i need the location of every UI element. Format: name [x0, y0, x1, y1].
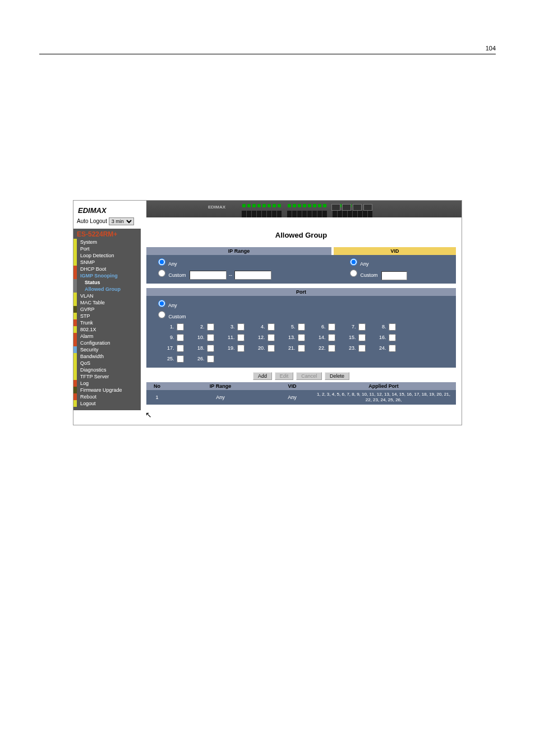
nav-item-vlan[interactable]: VLAN	[73, 293, 141, 299]
port-checkbox-2[interactable]: 2.	[186, 322, 216, 332]
ip-any-radio[interactable]	[158, 258, 165, 266]
port-any-label: Any	[168, 303, 177, 308]
content-area: Allowed Group IP Range VID Any Custom --	[146, 217, 462, 405]
ip-any-label: Any	[168, 261, 177, 267]
port-checkbox-24[interactable]: 24.	[367, 343, 398, 354]
nav-item-snmp[interactable]: SNMP	[73, 259, 141, 266]
vid-any-option[interactable]: Any	[347, 257, 456, 268]
port-any-radio[interactable]	[158, 300, 165, 307]
auto-logout: Auto Logout 3 min	[73, 217, 141, 229]
port-checkbox-23[interactable]: 23.	[337, 343, 367, 354]
nav-item-logout[interactable]: Logout	[73, 400, 141, 407]
port-custom-radio[interactable]	[158, 311, 165, 318]
delete-button[interactable]: Delete	[325, 372, 349, 380]
port-checkbox-19[interactable]: 19.	[216, 343, 246, 354]
nav-item-gvrp[interactable]: GVRP	[73, 306, 141, 313]
th-ports: Applied Port	[311, 382, 456, 390]
uplink-icon	[331, 204, 372, 211]
ip-custom-option[interactable]: Custom --	[155, 268, 340, 280]
ip-to-input[interactable]	[234, 271, 271, 280]
page-title: Allowed Group	[146, 231, 456, 239]
nav-item-diagnostics[interactable]: Diagnostics	[73, 367, 141, 373]
port-any-option[interactable]: Any	[155, 298, 450, 309]
ip-any-option[interactable]: Any	[155, 257, 340, 268]
port-checkbox-11[interactable]: 11.	[216, 332, 246, 343]
port-checkbox-20[interactable]: 20.	[246, 343, 276, 354]
nav: ES-5224RM+ System Port Loop Detection SN…	[73, 229, 141, 410]
port-checkbox-10[interactable]: 10.	[186, 332, 216, 343]
nav-sub-status[interactable]: Status	[73, 279, 141, 286]
device-frame: EDIMAX Auto Logout 3 min ES-5224RM+ Syst…	[73, 200, 462, 425]
vid-header: VID	[334, 247, 456, 255]
ip-range-options: Any Custom --	[146, 257, 340, 280]
auto-logout-select[interactable]: 3 min	[109, 217, 134, 225]
port-custom-option[interactable]: Custom	[155, 309, 450, 321]
sidebar: EDIMAX Auto Logout 3 min ES-5224RM+ Syst…	[73, 201, 141, 410]
vid-custom-radio[interactable]	[350, 270, 357, 277]
port-checkbox-1[interactable]: 1.	[155, 322, 186, 332]
nav-item-trunk[interactable]: Trunk	[73, 319, 141, 326]
nav-item-qos[interactable]: QoS	[73, 360, 141, 367]
port-custom-label: Custom	[169, 314, 186, 319]
vid-custom-input[interactable]	[381, 271, 407, 280]
main: EDIMAX Allowed Group IP Range VID Any	[146, 201, 462, 425]
group-table: No IP Range VID Applied Port 1AnyAny1, 2…	[146, 382, 456, 405]
banner-logo: EDIMAX	[208, 205, 225, 210]
port-grid: 1. 2. 3. 4. 5. 6. 7. 8. 9. 10. 11. 12. 1…	[155, 322, 450, 364]
ip-custom-label: Custom	[169, 272, 186, 278]
nav-item-system[interactable]: System	[73, 239, 141, 245]
port-checkbox-15[interactable]: 15.	[337, 332, 367, 343]
nav-item-stp[interactable]: STP	[73, 313, 141, 319]
nav-item-firmware[interactable]: Firmware Upgrade	[73, 387, 141, 393]
nav-item-reboot[interactable]: Reboot	[73, 393, 141, 400]
port-checkbox-13[interactable]: 13.	[276, 332, 307, 343]
th-ip: IP Range	[168, 382, 273, 390]
port-checkbox-5[interactable]: 5.	[276, 322, 307, 332]
port-checkbox-25[interactable]: 25.	[155, 354, 186, 364]
port-checkbox-4[interactable]: 4.	[246, 322, 276, 332]
cancel-button: Cancel	[296, 372, 322, 380]
nav-sub-allowed[interactable]: Allowed Group	[73, 286, 141, 293]
device-banner: EDIMAX	[146, 201, 462, 217]
range-headers: IP Range VID	[146, 247, 456, 255]
port-checkbox-22[interactable]: 22.	[307, 343, 337, 354]
port-checkbox-21[interactable]: 21.	[276, 343, 307, 354]
port-checkbox-12[interactable]: 12.	[246, 332, 276, 343]
add-button[interactable]: Add	[253, 372, 272, 380]
nav-item-security[interactable]: Security	[73, 346, 141, 353]
nav-item-alarm[interactable]: Alarm	[73, 333, 141, 340]
nav-item-8021x[interactable]: 802.1X	[73, 326, 141, 333]
vid-options: Any Custom	[343, 257, 456, 280]
nav-item-loop[interactable]: Loop Detection	[73, 252, 141, 259]
ip-custom-radio[interactable]	[158, 270, 165, 277]
port-checkbox-26[interactable]: 26.	[186, 354, 216, 364]
nav-item-log[interactable]: Log	[73, 380, 141, 387]
logo: EDIMAX	[73, 201, 141, 217]
table-row[interactable]: 1AnyAny1, 2, 3, 4, 5, 6, 7, 8, 9, 10, 11…	[146, 390, 456, 405]
nav-item-bandwidth[interactable]: Bandwidth	[73, 353, 141, 360]
nav-item-port[interactable]: Port	[73, 245, 141, 252]
port-checkbox-3[interactable]: 3.	[216, 322, 246, 332]
nav-item-tftp[interactable]: TFTP Server	[73, 373, 141, 380]
port-checkbox-7[interactable]: 7.	[337, 322, 367, 332]
nav-item-dhcp[interactable]: DHCP Boot	[73, 266, 141, 272]
th-vid: VID	[273, 382, 311, 390]
port-checkbox-14[interactable]: 14.	[307, 332, 337, 343]
vid-any-radio[interactable]	[350, 258, 357, 266]
ip-dash: --	[228, 271, 233, 279]
vid-custom-option[interactable]: Custom	[347, 268, 456, 280]
port-checkbox-16[interactable]: 16.	[367, 332, 398, 343]
nav-item-igmp[interactable]: IGMP Snooping	[73, 272, 141, 279]
port-checkbox-9[interactable]: 9.	[155, 332, 186, 343]
port-checkbox-17[interactable]: 17.	[155, 343, 186, 354]
port-checkbox-18[interactable]: 18.	[186, 343, 216, 354]
page-number: 104	[39, 45, 496, 54]
auto-logout-label: Auto Logout	[77, 218, 107, 224]
nav-item-mac[interactable]: MAC Table	[73, 299, 141, 306]
nav-item-config[interactable]: Configuration	[73, 340, 141, 346]
port-checkbox-6[interactable]: 6.	[307, 322, 337, 332]
vid-custom-label: Custom	[361, 272, 378, 278]
ip-from-input[interactable]	[190, 271, 227, 280]
port-options: Any Custom 1. 2. 3. 4. 5. 6. 7. 8. 9. 10…	[146, 296, 456, 368]
port-checkbox-8[interactable]: 8.	[367, 322, 398, 332]
